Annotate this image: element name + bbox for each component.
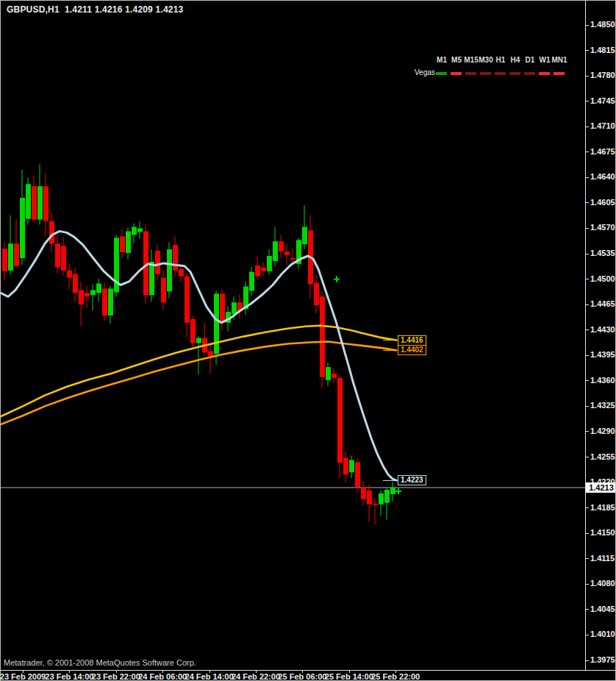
price-axis-tick	[585, 101, 589, 101]
price-axis-label: 1.4080	[590, 579, 615, 588]
candle-body	[96, 284, 101, 293]
timeframe-label-m1: M1	[437, 56, 447, 64]
candle-body	[67, 271, 72, 278]
price-axis-tick	[585, 76, 589, 76]
chart-canvas[interactable]	[1, 1, 585, 670]
price-axis-tick	[585, 457, 589, 457]
timeframe-label-mn1: MN1	[551, 56, 567, 64]
indicator-dash	[465, 72, 476, 75]
candle-body	[155, 251, 160, 274]
timeframe-label-w1: W1	[540, 56, 551, 64]
price-axis-label: 1.4710	[590, 121, 615, 130]
indicator-name-label: Vegas	[415, 68, 435, 76]
candle-body	[384, 490, 390, 503]
price-axis-tick	[585, 406, 589, 407]
candle-body	[343, 458, 348, 475]
candle-body	[161, 278, 166, 303]
candle-body	[326, 367, 331, 380]
candle-body	[55, 243, 60, 268]
candle-body	[73, 274, 78, 293]
time-axis-label: 23 Feb 2009	[0, 672, 46, 681]
timeframe-label-m15: M15	[464, 56, 478, 64]
indicator-dash	[509, 72, 520, 75]
price-axis-label: 1.4500	[590, 274, 615, 283]
price-axis-tick	[585, 584, 589, 585]
candle-body	[279, 241, 284, 252]
price-axis-tick	[585, 228, 589, 229]
indicator-dash	[451, 72, 462, 75]
price-axis-tick	[585, 304, 589, 305]
price-flag: 1.4223	[398, 475, 426, 485]
timeframe-label-d1: D1	[526, 56, 535, 64]
candle-body	[126, 231, 131, 253]
price-axis-tick	[585, 279, 589, 279]
candle-body	[120, 236, 125, 252]
candle-body	[85, 293, 90, 296]
candle-body	[349, 460, 354, 472]
price-axis-label: 1.4115	[590, 554, 615, 563]
candle-body	[190, 319, 196, 343]
timeframe-label-m30: M30	[479, 56, 493, 64]
candle-body	[185, 277, 190, 323]
price-axis-label: 1.3975	[590, 655, 615, 664]
price-axis-label: 1.4675	[590, 147, 615, 156]
time-axis-label: 24 Feb 14:00	[185, 672, 234, 681]
indicator-dash	[554, 72, 565, 75]
price-axis-tick	[585, 635, 589, 635]
candle-body	[255, 265, 260, 277]
candle-body	[102, 288, 107, 315]
candle-body	[49, 221, 54, 244]
price-axis-label: 1.4255	[590, 452, 615, 461]
candle-body	[20, 198, 25, 258]
time-axis-label: 23 Feb 14:00	[45, 672, 93, 681]
price-axis-label: 1.4290	[590, 427, 615, 435]
candle-body	[61, 246, 66, 271]
timeframe-label-m5: M5	[451, 56, 462, 64]
indicator-dash	[495, 72, 506, 75]
price-axis-tick	[585, 151, 589, 152]
price-flag-connector	[383, 480, 398, 481]
time-axis[interactable]: 23 Feb 200923 Feb 14:0023 Feb 22:0024 Fe…	[1, 671, 616, 681]
price-axis-label: 1.4605	[590, 198, 615, 207]
candle-body	[379, 493, 384, 504]
candle-body	[220, 293, 225, 322]
price-axis[interactable]: 1.4213 1.48501.48151.47801.47451.47101.4…	[586, 1, 616, 670]
candle-body	[249, 272, 254, 291]
copyright-text: Metatrader, © 2001-2008 MetaQuotes Softw…	[4, 658, 196, 667]
price-axis-label: 1.4045	[590, 605, 615, 613]
price-axis-tick	[585, 177, 589, 178]
price-axis-label: 1.4745	[590, 96, 615, 105]
time-axis-label: 23 Feb 22:00	[92, 672, 140, 681]
candle-body	[26, 184, 31, 218]
candle-body	[137, 228, 143, 232]
candle-body	[208, 351, 213, 356]
price-axis-tick	[585, 507, 589, 508]
time-axis-label: 24 Feb 06:00	[138, 672, 187, 681]
price-axis-label: 1.4465	[590, 299, 615, 308]
candle-body	[167, 249, 172, 291]
price-axis-label: 1.4570	[590, 223, 615, 232]
time-axis-label: 25 Feb 06:00	[278, 672, 326, 681]
candle-body	[90, 290, 96, 295]
price-flag: 1.4402	[398, 345, 426, 355]
candle-body	[179, 269, 184, 277]
candle-body	[314, 283, 319, 306]
current-price-badge: 1.4213	[586, 482, 616, 493]
price-axis-tick	[585, 254, 589, 254]
price-axis-tick	[585, 431, 589, 432]
candle-body	[367, 491, 372, 504]
time-axis-label: 25 Feb 22:00	[371, 672, 420, 681]
candle-body	[273, 241, 278, 261]
price-flag-connector	[383, 340, 398, 340]
candle-body	[361, 487, 366, 499]
candle-body	[267, 256, 272, 271]
candle-body	[2, 249, 7, 271]
candle-body	[232, 302, 237, 314]
candle-body	[132, 227, 137, 235]
price-axis-label: 1.4640	[590, 172, 615, 181]
price-axis-tick	[585, 355, 589, 356]
time-axis-label: 24 Feb 22:00	[232, 672, 280, 681]
price-axis-label: 1.4395	[590, 350, 615, 359]
chart-area[interactable]: GBPUSD,H1 1.4211 1.4216 1.4209 1.4213 M1…	[1, 1, 585, 670]
candle-body	[37, 186, 43, 219]
